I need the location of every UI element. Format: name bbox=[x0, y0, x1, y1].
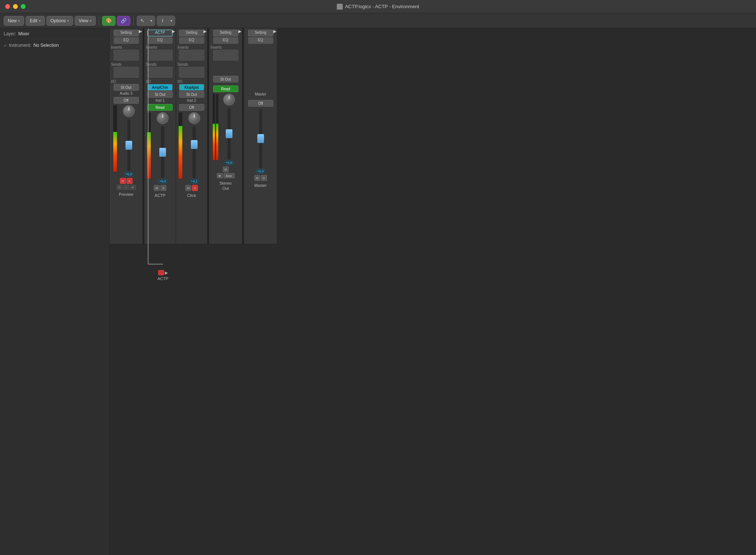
preview-r-btn[interactable]: R bbox=[130, 185, 136, 190]
preview-i-btn[interactable]: I bbox=[123, 185, 129, 190]
pointer-button[interactable]: ↖ bbox=[137, 16, 148, 26]
close-button[interactable] bbox=[5, 4, 10, 9]
master-fader-track[interactable] bbox=[259, 109, 263, 168]
click-fader-area: +4,2 bbox=[178, 112, 205, 184]
preview-insert-2 bbox=[114, 55, 139, 61]
view-menu[interactable]: View ▾ bbox=[75, 16, 96, 26]
click-vu-meter bbox=[178, 112, 183, 179]
stereo-insert-1 bbox=[213, 50, 238, 55]
actp-inserts-label: Inserts bbox=[146, 45, 157, 49]
preview-stout-btn[interactable]: St Out bbox=[114, 84, 139, 91]
text-button[interactable]: I bbox=[157, 16, 168, 26]
maximize-button[interactable] bbox=[21, 4, 26, 9]
preview-fader-value: +0,0 bbox=[124, 172, 133, 176]
preview-insert-1 bbox=[114, 50, 139, 55]
actp-node-label: ACTP bbox=[157, 276, 168, 281]
layer-label: Layer: bbox=[4, 31, 16, 36]
actp-io-label: I/O bbox=[146, 79, 151, 84]
actp-eq-btn[interactable]: EQ bbox=[147, 37, 173, 44]
click-io-label: I/O bbox=[177, 79, 182, 84]
stereo-automation-btn[interactable]: Read bbox=[213, 85, 238, 92]
stereo-link-btn[interactable]: ⊗ bbox=[217, 173, 223, 178]
click-solo-btn[interactable]: S bbox=[192, 185, 198, 191]
stereo-fader: +0,0 bbox=[225, 107, 234, 165]
options-menu[interactable]: Options ▾ bbox=[46, 16, 73, 26]
preview-solo-btn[interactable]: S bbox=[127, 178, 133, 184]
master-duo-btn[interactable]: D bbox=[261, 175, 267, 181]
preview-o-btn[interactable]: O bbox=[117, 185, 123, 190]
stereo-setting-btn[interactable]: Setting bbox=[213, 30, 238, 36]
click-fader-thumb[interactable] bbox=[191, 140, 198, 149]
actp-mute-btn[interactable]: M bbox=[154, 185, 160, 191]
click-fader-col: +4,2 bbox=[183, 112, 205, 184]
click-setting-btn[interactable]: Setting bbox=[179, 30, 204, 36]
edit-label: Edit bbox=[30, 18, 38, 23]
stereo-eq-btn[interactable]: EQ bbox=[213, 37, 238, 44]
stereo-fader-col: +0,0 bbox=[219, 94, 239, 165]
preview-eq-btn[interactable]: EQ bbox=[114, 37, 139, 44]
click-fader-track[interactable] bbox=[192, 126, 196, 178]
click-io-slot[interactable]: Klopfgist bbox=[179, 84, 204, 91]
stereo-fader-track[interactable] bbox=[227, 108, 231, 160]
edit-menu[interactable]: Edit ▾ bbox=[26, 16, 45, 26]
click-insert-2 bbox=[179, 55, 204, 61]
text-caret[interactable]: ▾ bbox=[168, 16, 175, 26]
actp-node[interactable]: ▶ ACTP bbox=[157, 270, 168, 281]
stereo-pan-knob[interactable] bbox=[223, 94, 235, 106]
minimize-button[interactable] bbox=[13, 4, 18, 9]
stereo-stout-btn[interactable]: St Out bbox=[213, 76, 238, 82]
preview-fader: +0,0 bbox=[124, 119, 133, 176]
preview-setting-btn[interactable]: Setting bbox=[114, 30, 139, 36]
actp-insert-2 bbox=[147, 55, 173, 61]
click-eq-btn[interactable]: EQ bbox=[179, 37, 204, 44]
master-eq-btn[interactable]: EQ bbox=[248, 37, 273, 44]
actp-pan-knob[interactable] bbox=[157, 112, 169, 124]
link-tool-button[interactable]: 🔗 bbox=[117, 16, 130, 26]
click-mute-btn[interactable]: M bbox=[185, 185, 191, 191]
master-mute-row: M D bbox=[254, 175, 267, 181]
channel-click: ▶ Setting EQ Inserts Sends I/O Klopfgist… bbox=[176, 28, 208, 244]
actp-setting-btn[interactable]: ACTP bbox=[147, 30, 173, 36]
actp-fader-track[interactable] bbox=[161, 126, 164, 178]
pointer-caret[interactable]: ▾ bbox=[148, 16, 155, 26]
preview-pan-knob[interactable] bbox=[123, 105, 135, 117]
actp-io-slot[interactable]: AmplChin bbox=[147, 84, 173, 91]
actp-automation-btn[interactable]: Read bbox=[147, 104, 173, 111]
stereo-extra-btns: ⊗ Bnce bbox=[217, 173, 235, 178]
channel-preview: ▶ Setting EQ Inserts Sends I/O St Out Au… bbox=[110, 28, 143, 244]
preview-sends-label: Sends bbox=[111, 62, 121, 66]
click-pan-knob[interactable] bbox=[188, 112, 200, 124]
preview-fader-thumb[interactable] bbox=[126, 141, 132, 150]
master-setting-btn[interactable]: Setting bbox=[248, 30, 273, 36]
preview-automation-btn[interactable]: Off bbox=[114, 97, 139, 104]
actp-sends-label: Sends bbox=[146, 62, 156, 66]
actp-tri-arrow: ▶ bbox=[172, 29, 175, 34]
color-tool-button[interactable]: 🎨 bbox=[102, 16, 115, 26]
actp-solo-btn[interactable]: S bbox=[160, 185, 166, 191]
master-automation-btn[interactable]: Off bbox=[248, 100, 273, 107]
titlebar: ACTP.logicx - ACTP - Environment bbox=[0, 0, 756, 13]
stereo-bounce-btn[interactable]: Bnce bbox=[224, 173, 235, 178]
click-track-name: Inst 2 bbox=[187, 98, 196, 103]
stereo-fader-thumb[interactable] bbox=[226, 129, 232, 138]
new-menu[interactable]: New ▾ bbox=[4, 16, 24, 26]
master-mute-btn[interactable]: M bbox=[254, 175, 260, 181]
actp-stout-btn[interactable]: St Out bbox=[147, 91, 173, 98]
click-label: Click bbox=[187, 193, 196, 198]
click-stout-btn[interactable]: St Out bbox=[179, 91, 204, 98]
preview-mute-btn[interactable]: M bbox=[120, 178, 126, 184]
preview-fader-track[interactable] bbox=[127, 119, 131, 171]
stereo-inserts-label: Inserts bbox=[211, 45, 222, 49]
app-icon bbox=[337, 4, 343, 10]
stereo-mute-btn[interactable]: M bbox=[223, 166, 229, 172]
actp-send-1 bbox=[147, 67, 173, 72]
click-automation-btn[interactable]: Off bbox=[179, 104, 204, 111]
actp-fader-thumb[interactable] bbox=[159, 148, 166, 157]
click-fader-value: +4,2 bbox=[190, 179, 199, 184]
preview-inserts-label: Inserts bbox=[111, 45, 122, 49]
click-send-1 bbox=[179, 67, 204, 72]
master-fader-thumb[interactable] bbox=[257, 134, 264, 143]
actp-fader-value: +0,0 bbox=[158, 179, 167, 184]
actp-insert-1 bbox=[147, 50, 173, 55]
text-tool-group: I ▾ bbox=[157, 16, 175, 26]
